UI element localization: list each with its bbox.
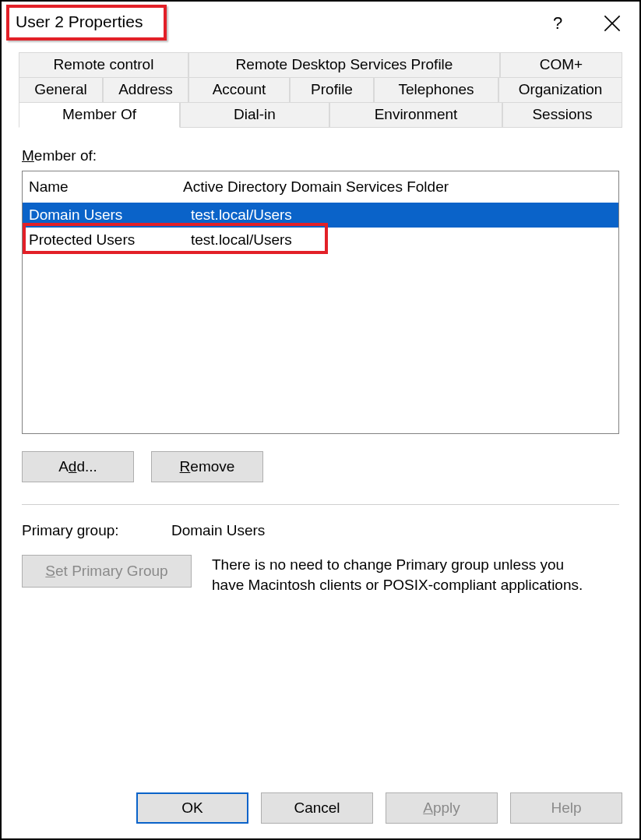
tab-remote-control[interactable]: Remote control [19, 52, 188, 78]
btn-text: pply [433, 799, 460, 817]
listview-header: Name Active Directory Domain Services Fo… [23, 171, 618, 203]
tab-row-1: Remote control Remote Desktop Services P… [19, 52, 622, 77]
cell-folder: test.local/Users [157, 206, 618, 224]
tab-panel-member-of: Member of: Name Active Directory Domain … [2, 127, 639, 778]
tabs-area: Remote control Remote Desktop Services P… [2, 44, 639, 127]
tab-dial-in[interactable]: Dial-in [180, 102, 329, 128]
column-header-name[interactable]: Name [23, 178, 177, 196]
window-title: User 2 Properties [16, 12, 143, 31]
btn-text: OK [181, 799, 203, 817]
title-bar: User 2 Properties ? [2, 2, 639, 44]
tab-label: Environment [375, 106, 458, 122]
tab-com-plus[interactable]: COM+ [500, 52, 622, 78]
add-button[interactable]: Add... [22, 451, 134, 482]
btn-text: emove [190, 458, 234, 475]
properties-dialog: User 2 Properties ? Remote control Remot… [0, 0, 641, 840]
member-of-label: Member of: [22, 147, 619, 164]
remove-button[interactable]: Remove [151, 451, 263, 482]
btn-text-ul: R [180, 458, 191, 475]
help-footer-button[interactable]: Help [510, 792, 622, 824]
tab-label: Address [118, 81, 173, 97]
tab-label: Member Of [62, 106, 136, 122]
tab-label: Dial-in [234, 106, 276, 122]
cell-folder: test.local/Users [157, 231, 618, 249]
dialog-footer: OK Cancel Apply Help [2, 778, 639, 838]
tab-profile[interactable]: Profile [290, 77, 374, 103]
btn-text-ul: S [45, 563, 55, 580]
tab-label: Sessions [532, 106, 592, 122]
help-button[interactable]: ? [530, 2, 585, 44]
label-underline: M [22, 147, 34, 164]
close-button[interactable] [585, 2, 639, 44]
primary-group-label: Primary group: [22, 522, 171, 539]
btn-text: Cancel [294, 799, 340, 817]
tab-row-2: General Address Account Profile Telephon… [19, 77, 622, 102]
btn-text-ul: A [423, 799, 433, 817]
tab-label: Remote control [54, 56, 154, 72]
tab-label: Telephones [398, 81, 474, 97]
tab-account[interactable]: Account [188, 77, 290, 103]
cell-name: Domain Users [23, 206, 157, 224]
btn-text: et Primary Group [55, 563, 168, 580]
tab-row-3: Member Of Dial-in Environment Sessions [19, 102, 622, 127]
primary-group-row: Primary group: Domain Users [22, 522, 619, 539]
primary-group-note: There is no need to change Primary group… [212, 555, 586, 595]
tab-member-of[interactable]: Member Of [19, 102, 180, 128]
list-item[interactable]: Domain Users test.local/Users [23, 203, 618, 228]
btn-text: d... [76, 458, 97, 475]
btn-text-ul: d [69, 458, 77, 475]
tab-sessions[interactable]: Sessions [502, 102, 622, 128]
tab-label: Account [213, 81, 266, 97]
member-of-button-row: Add... Remove [22, 451, 619, 482]
label-rest: ember of: [34, 147, 97, 164]
close-icon [604, 15, 621, 32]
tab-label: Organization [519, 81, 603, 97]
tab-environment[interactable]: Environment [329, 102, 502, 128]
set-primary-group-button: Set Primary Group [22, 555, 192, 588]
btn-text: A [58, 458, 69, 475]
tab-label: Profile [311, 81, 353, 97]
apply-button[interactable]: Apply [386, 792, 498, 824]
member-of-listview[interactable]: Name Active Directory Domain Services Fo… [22, 171, 619, 434]
cancel-button[interactable]: Cancel [261, 792, 373, 824]
ok-button[interactable]: OK [136, 792, 248, 824]
tab-telephones[interactable]: Telephones [374, 77, 498, 103]
tab-address[interactable]: Address [103, 77, 188, 103]
primary-group-value: Domain Users [171, 522, 619, 539]
btn-text: Help [551, 799, 581, 817]
primary-button-row: Set Primary Group There is no need to ch… [22, 555, 619, 595]
tab-label: General [34, 81, 87, 97]
tab-label: Remote Desktop Services Profile [236, 56, 453, 72]
tab-label: COM+ [540, 56, 583, 72]
tab-rds-profile[interactable]: Remote Desktop Services Profile [188, 52, 500, 78]
help-icon: ? [553, 13, 562, 34]
tab-general[interactable]: General [19, 77, 103, 103]
cell-name: Protected Users [23, 231, 157, 249]
tab-organization[interactable]: Organization [498, 77, 622, 103]
list-item[interactable]: Protected Users test.local/Users [23, 228, 618, 252]
titlebar-controls: ? [530, 2, 639, 44]
column-header-folder[interactable]: Active Directory Domain Services Folder [177, 178, 618, 196]
separator [22, 504, 619, 505]
